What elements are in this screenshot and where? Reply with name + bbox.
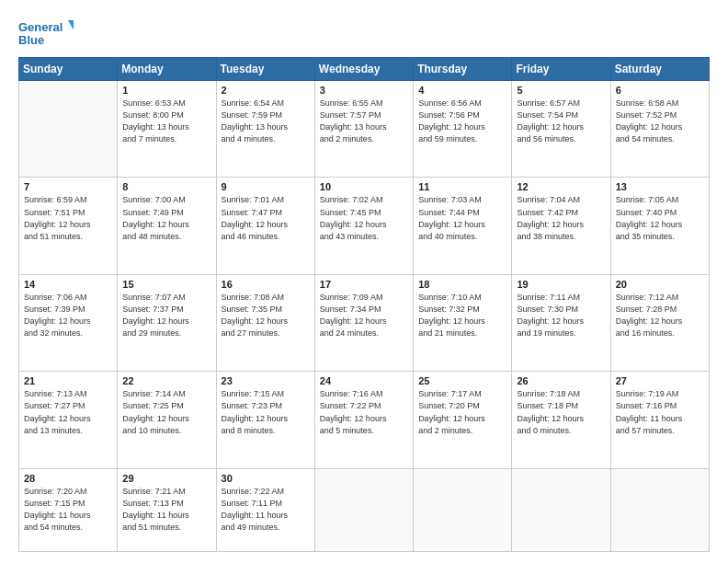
day-cell: 17 Sunrise: 7:09 AMSunset: 7:34 PMDaylig… [314, 274, 413, 371]
day-detail: Sunrise: 7:03 AMSunset: 7:44 PMDaylight:… [418, 194, 506, 242]
day-detail: Sunrise: 7:06 AMSunset: 7:39 PMDaylight:… [24, 292, 112, 339]
day-detail: Sunrise: 7:15 AMSunset: 7:23 PMDaylight:… [222, 388, 310, 436]
day-cell: 7 Sunrise: 6:59 AMSunset: 7:51 PMDayligh… [19, 178, 118, 274]
week-row-2: 7 Sunrise: 6:59 AMSunset: 7:51 PMDayligh… [19, 178, 710, 274]
day-header-sunday: Sunday [19, 58, 118, 81]
day-number: 20 [616, 279, 704, 290]
day-number: 1 [122, 85, 210, 96]
day-number: 3 [320, 85, 408, 96]
day-number: 25 [418, 375, 506, 386]
day-number: 17 [320, 279, 408, 290]
day-detail: Sunrise: 7:18 AMSunset: 7:18 PMDaylight:… [517, 388, 605, 436]
day-number: 7 [24, 181, 112, 192]
logo: General Blue [18, 17, 74, 50]
calendar: SundayMondayTuesdayWednesdayThursdayFrid… [18, 57, 710, 552]
day-header-thursday: Thursday [414, 58, 512, 81]
day-cell: 19 Sunrise: 7:11 AMSunset: 7:30 PMDaylig… [512, 274, 610, 371]
day-header-tuesday: Tuesday [216, 58, 314, 81]
day-cell: 15 Sunrise: 7:07 AMSunset: 7:37 PMDaylig… [118, 274, 216, 371]
day-detail: Sunrise: 7:13 AMSunset: 7:27 PMDaylight:… [24, 388, 112, 436]
day-number: 30 [222, 473, 310, 484]
day-detail: Sunrise: 7:08 AMSunset: 7:35 PMDaylight:… [222, 292, 310, 339]
day-number: 14 [24, 279, 112, 290]
day-detail: Sunrise: 7:21 AMSunset: 7:13 PMDaylight:… [122, 486, 210, 534]
day-cell [314, 468, 413, 551]
day-detail: Sunrise: 6:56 AMSunset: 7:56 PMDaylight:… [418, 98, 506, 145]
page: General Blue SundayMondayTuesdayWednesda… [0, 0, 728, 563]
week-row-1: 1 Sunrise: 6:53 AMSunset: 8:00 PMDayligh… [19, 81, 710, 178]
day-cell: 8 Sunrise: 7:00 AMSunset: 7:49 PMDayligh… [118, 178, 216, 274]
day-cell: 18 Sunrise: 7:10 AMSunset: 7:32 PMDaylig… [414, 274, 512, 371]
day-detail: Sunrise: 7:04 AMSunset: 7:42 PMDaylight:… [517, 194, 605, 242]
day-cell: 5 Sunrise: 6:57 AMSunset: 7:54 PMDayligh… [512, 81, 610, 178]
day-detail: Sunrise: 7:20 AMSunset: 7:15 PMDaylight:… [24, 486, 112, 534]
day-header-friday: Friday [512, 58, 610, 81]
day-cell: 1 Sunrise: 6:53 AMSunset: 8:00 PMDayligh… [118, 81, 216, 178]
day-cell: 9 Sunrise: 7:01 AMSunset: 7:47 PMDayligh… [216, 178, 314, 274]
day-number: 9 [222, 181, 310, 192]
day-cell: 23 Sunrise: 7:15 AMSunset: 7:23 PMDaylig… [216, 372, 314, 468]
day-header-saturday: Saturday [610, 58, 709, 81]
week-row-5: 28 Sunrise: 7:20 AMSunset: 7:15 PMDaylig… [19, 468, 710, 551]
day-cell: 27 Sunrise: 7:19 AMSunset: 7:16 PMDaylig… [610, 372, 709, 468]
day-number: 23 [222, 375, 310, 386]
day-detail: Sunrise: 7:10 AMSunset: 7:32 PMDaylight:… [418, 292, 506, 339]
day-number: 21 [24, 375, 112, 386]
day-number: 6 [616, 85, 704, 96]
day-number: 28 [24, 473, 112, 484]
day-cell: 24 Sunrise: 7:16 AMSunset: 7:22 PMDaylig… [314, 372, 413, 468]
day-detail: Sunrise: 7:05 AMSunset: 7:40 PMDaylight:… [616, 194, 704, 242]
week-row-4: 21 Sunrise: 7:13 AMSunset: 7:27 PMDaylig… [19, 372, 710, 468]
day-header-wednesday: Wednesday [314, 58, 413, 81]
day-cell: 20 Sunrise: 7:12 AMSunset: 7:28 PMDaylig… [610, 274, 709, 371]
day-cell [414, 468, 512, 551]
day-detail: Sunrise: 7:02 AMSunset: 7:45 PMDaylight:… [320, 194, 408, 242]
day-cell: 4 Sunrise: 6:56 AMSunset: 7:56 PMDayligh… [414, 81, 512, 178]
day-cell: 25 Sunrise: 7:17 AMSunset: 7:20 PMDaylig… [414, 372, 512, 468]
day-cell: 3 Sunrise: 6:55 AMSunset: 7:57 PMDayligh… [314, 81, 413, 178]
day-header-monday: Monday [118, 58, 216, 81]
day-cell: 22 Sunrise: 7:14 AMSunset: 7:25 PMDaylig… [118, 372, 216, 468]
svg-marker-2 [68, 20, 74, 33]
day-cell: 14 Sunrise: 7:06 AMSunset: 7:39 PMDaylig… [19, 274, 118, 371]
day-cell: 30 Sunrise: 7:22 AMSunset: 7:11 PMDaylig… [216, 468, 314, 551]
day-cell: 6 Sunrise: 6:58 AMSunset: 7:52 PMDayligh… [610, 81, 709, 178]
day-number: 5 [517, 85, 605, 96]
day-cell: 11 Sunrise: 7:03 AMSunset: 7:44 PMDaylig… [414, 178, 512, 274]
day-detail: Sunrise: 7:14 AMSunset: 7:25 PMDaylight:… [122, 388, 210, 436]
day-detail: Sunrise: 7:16 AMSunset: 7:22 PMDaylight:… [320, 388, 408, 436]
day-number: 13 [616, 181, 704, 192]
day-number: 16 [222, 279, 310, 290]
day-number: 4 [418, 85, 506, 96]
day-detail: Sunrise: 7:22 AMSunset: 7:11 PMDaylight:… [222, 486, 310, 534]
day-cell: 13 Sunrise: 7:05 AMSunset: 7:40 PMDaylig… [610, 178, 709, 274]
day-detail: Sunrise: 7:17 AMSunset: 7:20 PMDaylight:… [418, 388, 506, 436]
day-number: 15 [122, 279, 210, 290]
day-detail: Sunrise: 7:11 AMSunset: 7:30 PMDaylight:… [517, 292, 605, 339]
header: General Blue [18, 17, 710, 50]
day-detail: Sunrise: 7:12 AMSunset: 7:28 PMDaylight:… [616, 292, 704, 339]
logo-svg: General Blue [18, 17, 74, 50]
day-number: 27 [616, 375, 704, 386]
day-number: 12 [517, 181, 605, 192]
day-cell: 16 Sunrise: 7:08 AMSunset: 7:35 PMDaylig… [216, 274, 314, 371]
day-cell: 26 Sunrise: 7:18 AMSunset: 7:18 PMDaylig… [512, 372, 610, 468]
svg-text:General: General [18, 20, 63, 34]
day-detail: Sunrise: 7:07 AMSunset: 7:37 PMDaylight:… [122, 292, 210, 339]
day-detail: Sunrise: 6:54 AMSunset: 7:59 PMDaylight:… [222, 98, 310, 145]
day-number: 10 [320, 181, 408, 192]
day-number: 19 [517, 279, 605, 290]
day-detail: Sunrise: 7:00 AMSunset: 7:49 PMDaylight:… [122, 194, 210, 242]
day-cell [512, 468, 610, 551]
day-number: 18 [418, 279, 506, 290]
day-number: 22 [122, 375, 210, 386]
day-number: 26 [517, 375, 605, 386]
day-cell: 10 Sunrise: 7:02 AMSunset: 7:45 PMDaylig… [314, 178, 413, 274]
day-cell: 12 Sunrise: 7:04 AMSunset: 7:42 PMDaylig… [512, 178, 610, 274]
day-cell: 28 Sunrise: 7:20 AMSunset: 7:15 PMDaylig… [19, 468, 118, 551]
svg-text:Blue: Blue [18, 33, 44, 47]
day-cell: 29 Sunrise: 7:21 AMSunset: 7:13 PMDaylig… [118, 468, 216, 551]
day-cell [19, 81, 118, 178]
day-number: 24 [320, 375, 408, 386]
day-detail: Sunrise: 7:01 AMSunset: 7:47 PMDaylight:… [222, 194, 310, 242]
